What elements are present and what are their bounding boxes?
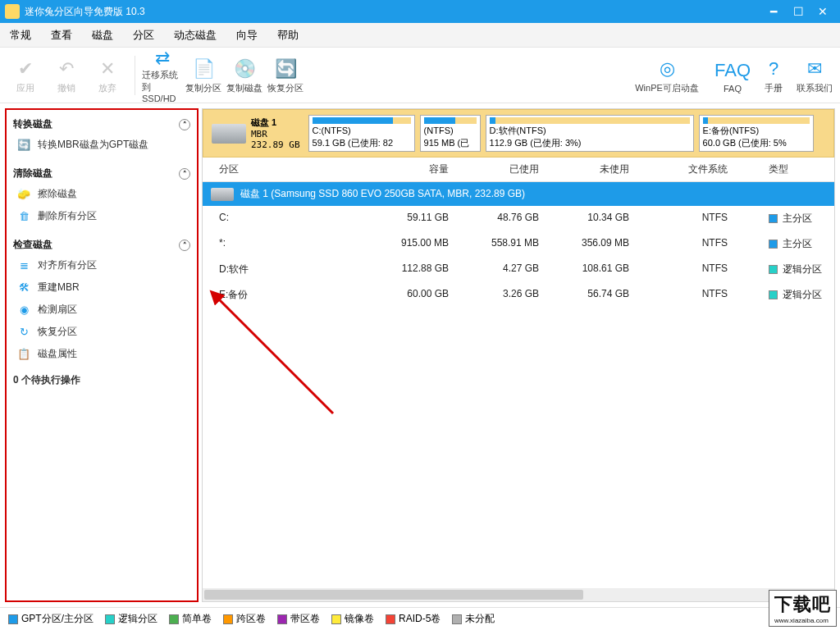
sidebar-item-icon: ≣ [16, 259, 31, 272]
col-filesystem[interactable]: 文件系统 [629, 162, 728, 176]
toolbar-WinPE可启动盘[interactable]: ◎WinPE可启动盘 [622, 51, 712, 100]
toolbar-icon: ◎ [660, 56, 675, 82]
toolbar-撤销: ↶撤销 [46, 51, 87, 100]
sidebar-item[interactable]: 🧽擦除磁盘 [13, 183, 190, 205]
type-color-icon [769, 265, 778, 274]
col-used[interactable]: 已使用 [449, 162, 539, 176]
sidebar-item[interactable]: ◉检测扇区 [13, 299, 190, 321]
type-color-icon [769, 290, 778, 299]
table-row[interactable]: *:915.00 MB558.91 MB356.09 MBNTFS主分区 [203, 231, 834, 257]
menu-partition[interactable]: 分区 [123, 28, 164, 43]
chevron-up-icon[interactable]: ˄ [179, 240, 190, 251]
sidebar-section-head[interactable]: 转换磁盘˄ [13, 115, 190, 134]
toolbar-icon: ↶ [59, 56, 74, 82]
close-button[interactable]: ✕ [810, 5, 835, 18]
disk-icon [211, 188, 234, 201]
legend-item: 跨区卷 [223, 612, 266, 626]
table-header: 分区 容量 已使用 未使用 文件系统 类型 [203, 158, 834, 182]
col-type[interactable]: 类型 [728, 162, 826, 176]
diskmap-partition[interactable]: (NTFS)915 MB (已 [420, 115, 481, 152]
menu-disk[interactable]: 磁盘 [82, 28, 123, 43]
window-title: 迷你兔分区向导免费版 10.3 [25, 5, 145, 19]
disk-map[interactable]: 磁盘 1MBR232.89 GBC:(NTFS)59.1 GB (已使用: 82… [203, 109, 834, 158]
col-capacity[interactable]: 容量 [358, 162, 449, 176]
toolbar-label: FAQ [724, 84, 742, 94]
sidebar-item[interactable]: 🗑删除所有分区 [13, 205, 190, 227]
sidebar-item-label: 磁盘属性 [38, 347, 77, 361]
sidebar-item-icon: 🧽 [16, 188, 31, 201]
sidebar-item[interactable]: ≣对齐所有分区 [13, 254, 190, 276]
sidebar-item-icon: ◉ [16, 304, 31, 317]
sidebar-item-label: 恢复分区 [38, 325, 77, 339]
legend-color-icon [386, 614, 395, 624]
sidebar-item-icon: 🛠 [16, 281, 31, 294]
disk-header-row[interactable]: 磁盘 1 (Samsung SSD 860 EVO 250GB SATA, MB… [203, 182, 834, 206]
toolbar-手册[interactable]: ?手册 [753, 51, 794, 100]
sidebar-item-label: 删除所有分区 [38, 209, 97, 223]
legend-color-icon [277, 614, 287, 624]
toolbar-label: 复制分区 [185, 82, 221, 94]
col-partition[interactable]: 分区 [211, 162, 358, 176]
toolbar-label: 撤销 [57, 82, 75, 94]
toolbar-复制磁盘[interactable]: 💿复制磁盘 [224, 51, 265, 100]
horizontal-scrollbar[interactable]: ◀ ▶ [203, 588, 834, 601]
scrollbar-thumb[interactable] [204, 590, 583, 600]
type-color-icon [769, 214, 778, 223]
sidebar-item-icon: 🗑 [16, 210, 31, 223]
sidebar-item[interactable]: 🛠重建MBR [13, 276, 190, 299]
menu-wizard[interactable]: 向导 [226, 28, 267, 43]
sidebar-item[interactable]: 📋磁盘属性 [13, 343, 190, 365]
sidebar-section-head[interactable]: 检查磁盘˄ [13, 235, 190, 254]
toolbar-恢复分区[interactable]: 🔄恢复分区 [265, 51, 306, 100]
diskmap-partition[interactable]: E:备份(NTFS)60.0 GB (已使用: 5% [699, 115, 814, 152]
toolbar-迁移系统到SSD/HD[interactable]: ⇄迁移系统到SSD/HD [142, 51, 183, 100]
sidebar-item-icon: ↻ [16, 326, 31, 339]
toolbar-联系我们[interactable]: ✉联系我们 [794, 51, 835, 100]
sidebar-item-icon: 🔄 [16, 139, 31, 152]
maximize-button[interactable]: ☐ [786, 5, 810, 18]
toolbar: ✔应用↶撤销✕放弃 ⇄迁移系统到SSD/HD📄复制分区💿复制磁盘🔄恢复分区 ◎W… [0, 48, 840, 103]
toolbar-icon: ✕ [100, 56, 115, 82]
watermark: 下载吧 www.xiazaiba.com [769, 590, 837, 627]
col-free[interactable]: 未使用 [539, 162, 629, 176]
legend-item: 未分配 [452, 612, 495, 626]
toolbar-复制分区[interactable]: 📄复制分区 [183, 51, 224, 100]
sidebar-item-label: 重建MBR [38, 281, 80, 294]
toolbar-icon: 💿 [234, 56, 256, 82]
legend-color-icon [105, 614, 115, 624]
legend: GPT分区/主分区逻辑分区简单卷跨区卷带区卷镜像卷RAID-5卷未分配 [0, 607, 840, 630]
toolbar-icon: ✔ [18, 56, 33, 82]
legend-item: RAID-5卷 [386, 612, 441, 626]
toolbar-icon: ? [769, 56, 778, 82]
legend-item: 逻辑分区 [105, 612, 158, 626]
menu-help[interactable]: 帮助 [267, 28, 308, 43]
app-icon [5, 4, 20, 19]
chevron-up-icon[interactable]: ˄ [179, 119, 190, 130]
sidebar-item[interactable]: 🔄转换MBR磁盘为GPT磁盘 [13, 134, 190, 156]
toolbar-应用: ✔应用 [5, 51, 46, 100]
chevron-up-icon[interactable]: ˄ [179, 168, 190, 180]
menu-dynamic[interactable]: 动态磁盘 [164, 28, 226, 43]
table-row[interactable]: E:备份60.00 GB3.26 GB56.74 GBNTFS逻辑分区 [203, 282, 834, 308]
table-row[interactable]: C:59.11 GB48.76 GB10.34 GBNTFS主分区 [203, 206, 834, 231]
toolbar-放弃: ✕放弃 [87, 51, 128, 100]
disk-info[interactable]: 磁盘 1MBR232.89 GB [208, 115, 304, 152]
toolbar-label: 复制磁盘 [226, 82, 262, 94]
sidebar-item[interactable]: ↻恢复分区 [13, 321, 190, 343]
minimize-button[interactable]: ━ [761, 5, 786, 18]
table-row[interactable]: D:软件112.88 GB4.27 GB108.61 GBNTFS逻辑分区 [203, 257, 834, 282]
pending-operations: 0 个待执行操作 [13, 373, 190, 387]
menu-view[interactable]: 查看 [41, 28, 82, 43]
diskmap-partition[interactable]: C:(NTFS)59.1 GB (已使用: 82 [308, 115, 415, 152]
legend-item: 镜像卷 [331, 612, 374, 626]
toolbar-label: 恢复分区 [267, 82, 304, 94]
titlebar: 迷你兔分区向导免费版 10.3 ━ ☐ ✕ [0, 0, 840, 23]
toolbar-FAQ[interactable]: FAQFAQ [712, 51, 753, 100]
toolbar-label: 放弃 [98, 82, 116, 94]
legend-color-icon [8, 614, 18, 624]
toolbar-icon: ⇄ [155, 48, 170, 69]
legend-color-icon [331, 614, 341, 624]
sidebar-section-head[interactable]: 清除磁盘˄ [13, 164, 190, 183]
diskmap-partition[interactable]: D:软件(NTFS)112.9 GB (已使用: 3%) [486, 115, 694, 152]
menu-general[interactable]: 常规 [0, 28, 41, 43]
